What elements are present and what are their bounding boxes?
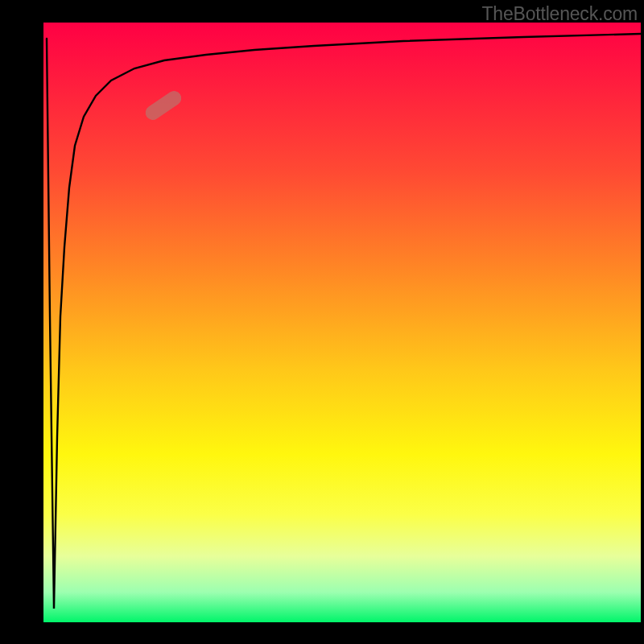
bottleneck-curve — [47, 34, 641, 609]
curve-layer — [43, 23, 641, 622]
chart-frame: TheBottleneck.com — [0, 0, 644, 644]
attribution-text: TheBottleneck.com — [482, 3, 638, 25]
plot-area — [43, 23, 641, 622]
curve-marker — [142, 89, 184, 123]
